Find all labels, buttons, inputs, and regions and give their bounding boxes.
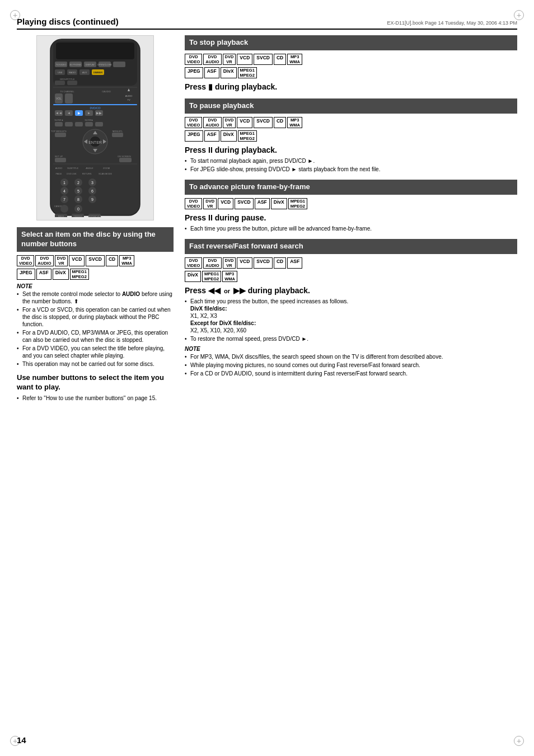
pause-badge-row2: JPEG ASF DivX MPEG1MPEG2 [185, 130, 517, 142]
svg-text:TV CHANNEL: TV CHANNEL [60, 90, 74, 93]
fast-title: Fast reverse/Fast forward search [185, 239, 517, 254]
svg-text:►: ► [87, 111, 91, 115]
fast-badge-row2: DivX MPEG1MPEG2 MP3WMA [185, 271, 517, 282]
svg-text:SLOW◄: SLOW◄ [54, 119, 63, 121]
fast-note-1: Each time you press the button, the spee… [185, 298, 517, 334]
svg-text:USB: USB [58, 71, 63, 74]
remote-image: TV/VIDEO 3D PHONIC DISPLAY OPEN/CLOSE US… [36, 35, 154, 220]
fast-section: Fast reverse/Fast forward search DVDVIDE… [185, 239, 517, 377]
page-header: Playing discs (continued) EX-D11[U].book… [17, 17, 517, 30]
stop-badge-cd: CD [274, 54, 286, 65]
svg-text:ON SCREEN: ON SCREEN [118, 155, 131, 158]
svg-rect-54 [112, 133, 123, 137]
except-speed-label: Except for DivX file/disc: [190, 320, 256, 326]
corner-br [514, 736, 524, 746]
fast-badge-cd: CD [274, 257, 286, 269]
pause-badge-cd: CD [274, 117, 286, 128]
fast-note-2: To restore the normal speed, press DVD/C… [185, 335, 517, 342]
svg-text:CAUDIO: CAUDIO [102, 90, 111, 93]
left-column: TV/VIDEO 3D PHONIC DISPLAY OPEN/CLOSE US… [17, 35, 174, 407]
advance-section: To advance picture frame-by-frame DVDVID… [185, 180, 517, 232]
svg-text:MENU/PL: MENU/PL [113, 130, 123, 133]
file-info: EX-D11[U].book Page 14 Tuesday, May 30, … [387, 20, 517, 26]
svg-text:SUB/TITLE: SUB/TITLE [67, 167, 79, 170]
fast-badge-row1: DVDVIDEO DVDAUDIO DVDVR VCD SVCD CD ASF [185, 257, 517, 269]
badge-jpeg: JPEG [17, 269, 35, 280]
badge-dvd-audio: DVDAUDIO [35, 255, 53, 266]
stop-instruction: Press ▮ during playback. [185, 82, 517, 92]
right-column: To stop playback DVDVIDEO DVDAUDIO DVDVR… [185, 35, 517, 407]
svg-text:ENTER: ENTER [88, 140, 102, 144]
svg-text:5: 5 [77, 189, 79, 193]
svg-text:TV/VIDEO: TV/VIDEO [56, 63, 67, 66]
badge-vcd: VCD [69, 255, 85, 266]
svg-text:DIMMER: DIMMER [93, 71, 102, 74]
pause-note-1: To start normal playback again, press DV… [185, 157, 517, 165]
svg-text:ZOOM: ZOOM [103, 167, 110, 170]
svg-text:◄: ◄ [67, 111, 71, 115]
remote-svg: TV/VIDEO 3D PHONIC DISPLAY OPEN/CLOSE US… [39, 38, 151, 217]
svg-text:TOP MENU/PG: TOP MENU/PG [51, 130, 67, 133]
fast-badge-dvd-video: DVDVIDEO [185, 257, 202, 269]
advance-title: To advance picture frame-by-frame [185, 180, 517, 195]
svg-text:OPEN/CLOSE: OPEN/CLOSE [97, 63, 112, 66]
svg-rect-2 [56, 43, 134, 59]
svg-text:9: 9 [91, 198, 93, 201]
pause-badge-svcd: SVCD [254, 117, 273, 128]
pause-badge-mpeg1-mpeg2: MPEG1MPEG2 [238, 130, 257, 142]
divx-speed-label: DivX file/disc: [190, 306, 227, 312]
fast-badge-divx: DivX [185, 271, 201, 282]
note-item-1: Set the remote control mode selector to … [17, 290, 174, 305]
note-item-4: For a DVD VIDEO, you can select the titl… [17, 345, 174, 359]
svg-text:DVD/CD: DVD/CD [90, 106, 101, 110]
pause-title: To pause playback [185, 98, 517, 114]
select-badge-row1: DVDVIDEO DVDAUDIO DVDVR VCD SVCD CD MP3W… [17, 255, 174, 266]
stop-section: To stop playback DVDVIDEO DVDAUDIO DVDVR… [185, 35, 517, 92]
pause-note-list: To start normal playback again, press DV… [185, 157, 517, 173]
stop-badge-vcd: VCD [237, 54, 252, 65]
pause-badge-asf: ASF [204, 130, 219, 142]
advance-badge-svcd: SVCD [235, 198, 254, 209]
fast-badge-asf: ASF [287, 257, 302, 269]
advance-note-list: Each time you press the button, picture … [185, 225, 517, 232]
fast-badge-vcd: VCD [237, 257, 252, 269]
stop-badge-dvd-vr: DVDVR [223, 54, 236, 65]
advance-badge-row1: DVDVIDEO DVDVR VCD SVCD ASF DivX MPEG1MP… [185, 198, 517, 209]
svg-text:SCAN MODE: SCAN MODE [99, 172, 113, 175]
pause-badge-jpeg: JPEG [185, 130, 203, 142]
svg-rect-7 [113, 62, 125, 67]
pause-badge-dvd-audio: DVDAUDIO [203, 117, 221, 128]
svg-text:VOL: VOL [56, 97, 62, 100]
svg-text:RADIO: RADIO [69, 71, 76, 74]
svg-text:REPEAT A-B: REPEAT A-B [88, 215, 101, 217]
badge-divx: DivX [53, 269, 69, 280]
advance-badge-dvd-vr: DVDVR [203, 198, 217, 209]
badge-dvd-vr: DVDVR [55, 255, 68, 266]
svg-text:7: 7 [63, 198, 65, 201]
corner-tr [514, 10, 524, 20]
page-number: 14 [17, 735, 26, 745]
or-text: or [224, 288, 230, 294]
fast-footer-note-list: For MP3, WMA, DivX discs/files, the sear… [185, 353, 517, 377]
svg-text:BASS: BASS [58, 215, 64, 217]
pause-note-2: For JPEG slide-show, pressing DVD/CD ► s… [185, 166, 517, 173]
page-title: Playing discs (continued) [17, 17, 119, 26]
badge-svcd: SVCD [86, 255, 105, 266]
svg-text:DISPLAY: DISPLAY [86, 63, 95, 66]
stop-badge-mpeg1-mpeg2: MPEG1MPEG2 [238, 67, 257, 78]
svg-rect-50 [95, 122, 103, 126]
svg-text:1: 1 [63, 181, 65, 185]
note-item-5: This operation may not be carried out fo… [17, 360, 174, 368]
stop-badge-row2: JPEG ASF DivX MPEG1MPEG2 [185, 67, 517, 78]
svg-rect-63 [55, 158, 66, 162]
stop-badge-dvd-video: DVDVIDEO [185, 54, 202, 65]
pause-badge-mp3-wma: MP3WMA [287, 117, 302, 128]
badge-mp3-wma: MP3WMA [119, 255, 134, 266]
svg-text:3D PHONIC: 3D PHONIC [69, 63, 82, 66]
advance-badge-divx: DivX [271, 198, 287, 209]
svg-rect-47 [65, 122, 73, 126]
stop-badge-asf: ASF [204, 67, 219, 78]
svg-text:TV: TV [127, 98, 130, 101]
note-item-3: For a DVD AUDIO, CD, MP3/WMA or JPEG, th… [17, 329, 174, 344]
page: Playing discs (continued) EX-D11[U].book… [0, 0, 534, 756]
